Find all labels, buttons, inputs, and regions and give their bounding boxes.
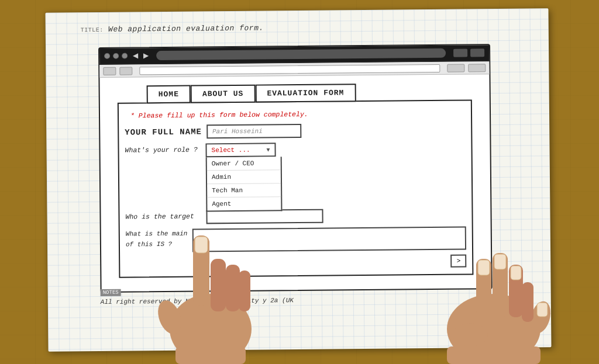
browser-min-btn[interactable] [113,53,119,59]
browser-forward-arrow[interactable]: ▶ [143,51,149,60]
browser-back-arrow[interactable]: ◀ [133,51,138,60]
option-admin[interactable]: Admin [207,170,281,184]
paper-title: TITLE: Web application evaluation form. [81,24,264,34]
browser-toolbar [99,61,489,78]
notes-label: NOTES [101,289,121,296]
role-dropdown-value: Select ... [211,147,250,154]
svg-rect-7 [175,346,246,364]
svg-rect-17 [522,282,533,322]
browser-action-btn-1[interactable] [453,48,467,57]
toolbar-btn-1[interactable] [103,67,116,75]
dropdown-arrow-icon: ▼ [266,147,270,153]
svg-rect-6 [239,271,250,311]
svg-rect-3 [195,237,208,253]
full-name-input[interactable] [206,124,301,138]
browser-close-btn[interactable] [104,53,110,59]
role-row: What's your role ? Select ... ▼ Owner / … [125,141,465,158]
toolbar-btn-2[interactable] [119,67,132,75]
svg-rect-5 [226,265,240,311]
toolbar-address-bar[interactable] [139,64,440,74]
browser-address-bar[interactable] [156,48,446,60]
svg-rect-18 [447,346,541,364]
toolbar-right-btn-2[interactable] [468,64,486,72]
full-name-label: YOUR FULL NAME [125,124,202,137]
hand-left-svg [152,200,269,364]
tab-evaluation[interactable]: EVALUATION FORM [255,84,356,103]
tab-about[interactable]: ABOUT US [191,85,256,103]
option-owner-ceo[interactable]: Owner / CEO [207,157,281,171]
svg-rect-16 [511,266,521,280]
svg-rect-4 [211,259,226,311]
form-instruction: * Please fill up this form below complet… [130,109,465,120]
toolbar-right-btn-1[interactable] [447,64,464,72]
svg-rect-12 [478,260,490,275]
role-dropdown[interactable]: Select ... ▼ [205,143,276,157]
browser-max-btn[interactable] [122,53,128,59]
tab-home[interactable]: HOME [147,85,191,104]
full-name-row: YOUR FULL NAME [125,123,465,140]
svg-point-19 [453,323,488,346]
role-label: What's your role ? [125,143,201,154]
svg-rect-14 [494,254,506,269]
option-tech-man[interactable]: Tech Man [207,183,281,197]
role-dropdown-wrapper: Select ... ▼ Owner / CEO Admin Tech Man … [205,143,276,157]
svg-rect-10 [537,303,548,317]
hand-right-svg [400,212,564,364]
browser-action-btn-2[interactable] [470,48,484,57]
